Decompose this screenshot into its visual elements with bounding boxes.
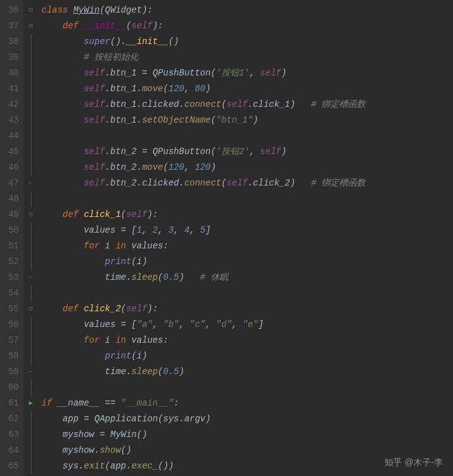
code-editor[interactable]: 3637383940414243444546474849505152535455… — [0, 0, 453, 476]
code-line[interactable]: time.sleep(0.5) # 休眠 — [42, 270, 453, 285]
fold-marker — [24, 238, 38, 254]
token-kw: in — [110, 241, 131, 251]
code-line[interactable] — [42, 191, 453, 207]
code-line[interactable]: app = QApplication(sys.argv) — [42, 411, 453, 427]
token-punc: () — [169, 36, 179, 47]
collapse-icon[interactable]: ⊟ — [29, 3, 33, 18]
token-var — [42, 178, 84, 188]
fold-marker[interactable]: ⊟ — [24, 3, 38, 18]
code-line[interactable]: super().__init__() — [42, 34, 453, 50]
token-call: move — [142, 84, 164, 94]
line-number: 49 — [0, 207, 19, 223]
collapse-icon[interactable]: ⊟ — [29, 207, 33, 223]
token-var: myshow — [63, 445, 94, 455]
fold-marker[interactable]: ⊟ — [24, 18, 38, 34]
token-self: self — [84, 147, 105, 157]
watermark-text: 知乎 @木子-李 — [384, 457, 443, 468]
code-line[interactable]: # 按钮初始化 — [42, 50, 453, 65]
token-punc: = — [79, 414, 94, 424]
code-line[interactable] — [42, 285, 453, 301]
code-area[interactable]: class MyWin(QWidget): def __init__(self)… — [38, 0, 453, 476]
token-kw: for — [84, 241, 105, 251]
token-var: time — [105, 272, 126, 282]
token-var: btn_2 — [110, 178, 137, 188]
code-line[interactable]: class MyWin(QWidget): — [42, 3, 453, 18]
token-punc: ( — [131, 257, 137, 267]
code-line[interactable]: values = [1, 2, 3, 4, 5] — [42, 223, 453, 238]
token-self: self — [260, 147, 281, 157]
code-line[interactable]: self.btn_1 = QPushButton('按钮1', self) — [42, 65, 453, 81]
token-var — [42, 36, 84, 47]
line-number: 43 — [0, 113, 19, 128]
line-number: 51 — [0, 238, 19, 254]
token-var: app — [110, 461, 126, 471]
token-var — [295, 178, 311, 188]
token-punc: ) — [206, 414, 211, 424]
fold-end-icon: ⌐ — [29, 175, 33, 191]
token-str: "btn_1" — [216, 115, 253, 125]
token-fn: click_1 — [84, 209, 121, 219]
code-line[interactable]: time.sleep(0.5) — [42, 364, 453, 380]
token-punc: ( — [158, 272, 163, 282]
code-line[interactable]: self.btn_2.move(120, 120) — [42, 160, 453, 175]
token-builtin: super — [84, 36, 110, 47]
code-line[interactable]: print(i) — [42, 254, 453, 270]
token-self: self — [126, 209, 147, 219]
code-line[interactable]: if __name__ == "__main__": — [42, 396, 453, 411]
line-number: 53 — [0, 270, 19, 285]
token-punc: , — [250, 147, 260, 157]
token-punc: = [ — [116, 319, 137, 329]
fold-marker — [24, 50, 38, 65]
token-builtin: print — [105, 351, 131, 361]
fold-marker — [24, 128, 38, 144]
token-var: btn_1 — [110, 115, 137, 125]
code-line[interactable]: self.btn_2 = QPushButton('按钮2', self) — [42, 144, 453, 160]
code-line[interactable]: for i in values: — [42, 238, 453, 254]
token-punc: , — [174, 225, 184, 235]
code-line[interactable]: values = ["a", "b", "c", "d", "e"] — [42, 317, 453, 333]
token-punc: , — [152, 319, 163, 329]
token-punc: = [ — [116, 225, 137, 235]
fold-marker[interactable]: ▶ — [24, 396, 38, 411]
fold-marker[interactable]: ⊟ — [24, 301, 38, 317]
token-call: connect — [184, 99, 221, 109]
token-punc: . — [137, 178, 142, 188]
token-punc: : — [163, 241, 168, 251]
code-line[interactable]: for i in values: — [42, 333, 453, 348]
token-punc: . — [79, 461, 84, 471]
token-self: self — [84, 178, 105, 188]
token-magic: __init__ — [84, 21, 126, 31]
fold-marker — [24, 427, 38, 443]
token-var: sys — [163, 414, 179, 424]
token-str: "c" — [189, 319, 205, 329]
line-number: 50 — [0, 223, 19, 238]
code-line[interactable]: myshow.show() — [42, 443, 453, 458]
run-icon[interactable]: ▶ — [29, 396, 33, 411]
code-line[interactable]: print(i) — [42, 348, 453, 364]
code-line[interactable]: self.btn_1.move(120, 80) — [42, 81, 453, 97]
collapse-icon[interactable]: ⊟ — [29, 301, 33, 317]
code-line[interactable]: def click_1(self): — [42, 207, 453, 223]
token-cls: MyWin — [73, 5, 99, 15]
token-var — [42, 414, 63, 424]
fold-marker[interactable]: ⊟ — [24, 207, 38, 223]
token-var: MyWin — [110, 429, 137, 440]
code-line[interactable]: self.btn_2.clicked.connect(self.click_2)… — [42, 175, 453, 191]
code-line[interactable] — [42, 380, 453, 396]
fold-marker — [24, 254, 38, 270]
token-num: 0.5 — [163, 367, 179, 377]
code-line[interactable]: self.btn_1.setObjectName("btn_1") — [42, 113, 453, 128]
token-punc: ( — [163, 84, 168, 94]
token-var: btn_2 — [110, 147, 137, 157]
code-line[interactable]: myshow = MyWin() — [42, 427, 453, 443]
collapse-icon[interactable]: ⊟ — [29, 18, 33, 34]
code-line[interactable]: def click_2(self): — [42, 301, 453, 317]
code-line[interactable]: def __init__(self): — [42, 18, 453, 34]
token-var — [42, 319, 84, 329]
code-line[interactable] — [42, 128, 453, 144]
token-var — [42, 68, 84, 78]
token-var — [42, 147, 84, 157]
token-call: move — [142, 162, 164, 172]
line-number: 47 — [0, 175, 19, 191]
code-line[interactable]: self.btn_1.clicked.connect(self.click_1)… — [42, 97, 453, 113]
